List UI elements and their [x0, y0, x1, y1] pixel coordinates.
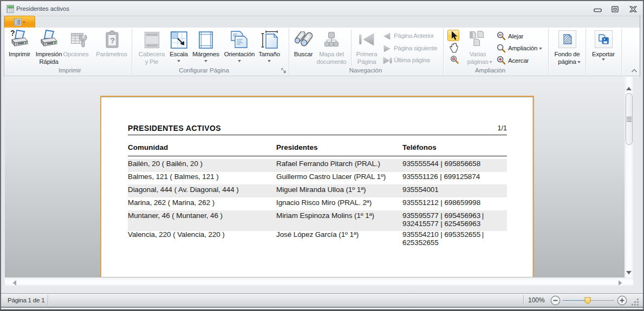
- svg-text:?: ?: [10, 29, 15, 37]
- svg-text:?: ?: [110, 36, 115, 45]
